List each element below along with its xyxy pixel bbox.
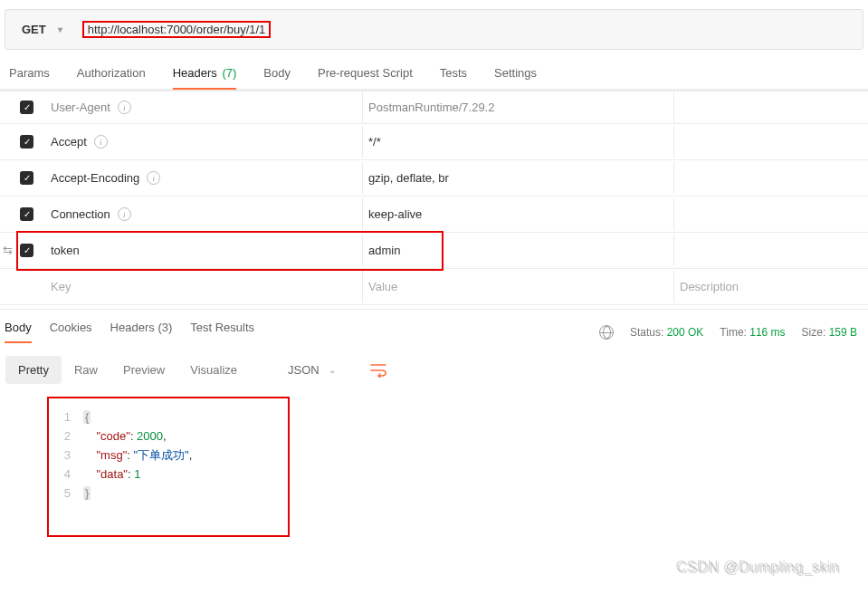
checkbox[interactable]: ✓ — [20, 207, 33, 221]
json-msg-value: 下单成功 — [138, 448, 185, 462]
chevron-down-icon: ▾ — [58, 24, 62, 34]
checkbox[interactable]: ✓ — [20, 244, 33, 257]
line-number: 3 — [52, 446, 83, 465]
header-value[interactable]: admin — [368, 244, 400, 257]
headers-table: ✓ User-Agenti PostmanRuntime/7.29.2 ✓ Ac… — [0, 90, 868, 305]
url-text: http://localhost:7000/order/buy/1/1 — [82, 21, 272, 38]
view-bar: Pretty Raw Preview Visualize JSON ⌄ — [0, 343, 868, 393]
line-number: 5 — [52, 484, 83, 503]
view-tab-visualize[interactable]: Visualize — [177, 356, 250, 384]
tab-tests[interactable]: Tests — [440, 66, 467, 89]
checkbox[interactable]: ✓ — [20, 171, 33, 185]
header-key[interactable]: Accept — [51, 135, 87, 149]
line-number: 2 — [52, 427, 83, 446]
globe-icon[interactable] — [599, 325, 614, 340]
header-value[interactable]: gzip, deflate, br — [368, 171, 449, 185]
resp-tab-headers-label: Headers — [110, 321, 155, 334]
response-body-viewer[interactable]: 1{ 2 "code": 2000, 3 "msg": "下单成功", 4 "d… — [47, 397, 290, 537]
chevron-down-icon: ⌄ — [329, 365, 336, 375]
resp-tab-headers[interactable]: Headers (3) — [110, 321, 173, 343]
table-row: ✓ Accept-Encodingi gzip, deflate, br — [0, 160, 868, 197]
view-tabs: Pretty Raw Preview Visualize — [5, 356, 250, 384]
status-label: Status: 200 OK — [630, 326, 703, 339]
method-selector[interactable]: GET ▾ — [5, 10, 73, 49]
header-key[interactable]: User-Agent — [51, 101, 110, 114]
resp-tab-headers-count: (3) — [157, 321, 172, 334]
format-selector[interactable]: JSON ⌄ — [275, 356, 348, 384]
header-key[interactable]: token — [51, 244, 80, 257]
tab-prerequest[interactable]: Pre-request Script — [318, 66, 413, 89]
header-value[interactable]: PostmanRuntime/7.29.2 — [368, 101, 494, 114]
url-input[interactable]: http://localhost:7000/order/buy/1/1 — [73, 10, 863, 49]
json-code-value: 2000 — [137, 429, 163, 443]
table-row: ✓ Connectioni keep-alive — [0, 197, 868, 233]
request-tabs: Params Authorization Headers (7) Body Pr… — [0, 50, 868, 90]
header-value[interactable]: keep-alive — [368, 207, 422, 221]
checkbox[interactable]: ✓ — [20, 135, 33, 149]
key-placeholder[interactable]: Key — [51, 280, 71, 293]
value-placeholder[interactable]: Value — [368, 280, 397, 293]
info-icon: i — [118, 207, 131, 221]
header-key[interactable]: Connection — [51, 207, 110, 221]
tab-settings[interactable]: Settings — [494, 66, 537, 89]
tab-authorization[interactable]: Authorization — [77, 66, 146, 89]
info-icon: i — [118, 101, 131, 114]
view-tab-preview[interactable]: Preview — [110, 356, 177, 384]
header-value[interactable]: */* — [368, 135, 381, 149]
wrap-lines-button[interactable] — [361, 357, 396, 384]
tab-headers-count: (7) — [222, 66, 236, 80]
format-label: JSON — [288, 363, 320, 377]
link-icon: ⇆ — [3, 244, 13, 257]
view-tab-raw[interactable]: Raw — [62, 356, 110, 384]
desc-placeholder[interactable]: Description — [680, 280, 739, 293]
table-row-empty: ✓ Key Value Description — [0, 269, 868, 305]
resp-tab-cookies[interactable]: Cookies — [50, 321, 92, 343]
size-label: Size: 159 B — [802, 326, 857, 339]
tab-headers-label: Headers — [173, 66, 217, 80]
table-row: ✓ Accepti */* — [0, 124, 868, 160]
response-status: Status: 200 OK Time: 116 ms Size: 159 B — [599, 325, 857, 340]
response-bar: Body Cookies Headers (3) Test Results St… — [0, 309, 868, 343]
view-tab-pretty[interactable]: Pretty — [5, 356, 62, 384]
tab-params[interactable]: Params — [9, 66, 50, 89]
resp-tab-tests[interactable]: Test Results — [190, 321, 254, 343]
tab-body[interactable]: Body — [263, 66, 291, 89]
table-row: ⇆✓ token admin — [0, 233, 868, 269]
method-label: GET — [22, 23, 46, 36]
table-row: ✓ User-Agenti PostmanRuntime/7.29.2 — [0, 91, 868, 124]
tab-headers[interactable]: Headers (7) — [173, 66, 237, 89]
request-bar: GET ▾ http://localhost:7000/order/buy/1/… — [5, 9, 863, 50]
line-number: 1 — [52, 407, 83, 427]
header-key[interactable]: Accept-Encoding — [51, 171, 139, 185]
time-label: Time: 116 ms — [720, 326, 785, 339]
line-number: 4 — [52, 465, 83, 484]
info-icon: i — [94, 135, 108, 149]
checkbox[interactable]: ✓ — [20, 101, 33, 114]
response-tabs: Body Cookies Headers (3) Test Results — [5, 321, 254, 343]
resp-tab-body[interactable]: Body — [5, 321, 32, 343]
json-data-value: 1 — [134, 467, 140, 481]
info-icon: i — [147, 171, 160, 185]
